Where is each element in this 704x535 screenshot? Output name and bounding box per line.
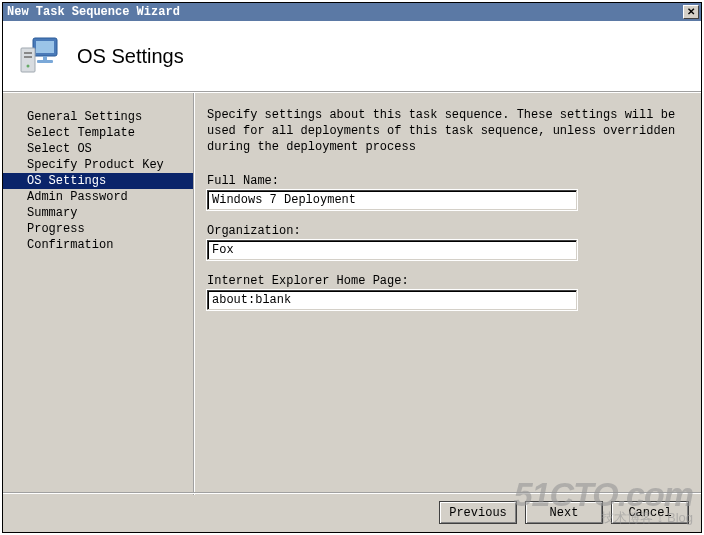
- next-button[interactable]: Next: [525, 501, 603, 524]
- svg-rect-1: [36, 41, 54, 53]
- footer: Previous Next Cancel: [3, 492, 701, 532]
- cancel-button[interactable]: Cancel: [611, 501, 689, 524]
- computer-icon: [17, 34, 61, 78]
- sidebar: General SettingsSelect TemplateSelect OS…: [3, 93, 193, 495]
- ie-home-input[interactable]: [207, 290, 577, 310]
- svg-rect-2: [43, 56, 47, 60]
- organization-input[interactable]: [207, 240, 577, 260]
- sidebar-item-summary[interactable]: Summary: [3, 205, 193, 221]
- window-title: New Task Sequence Wizard: [7, 5, 180, 19]
- wizard-body: General SettingsSelect TemplateSelect OS…: [3, 93, 701, 495]
- svg-rect-5: [24, 52, 32, 54]
- sidebar-item-select-os[interactable]: Select OS: [3, 141, 193, 157]
- sidebar-item-admin-password[interactable]: Admin Password: [3, 189, 193, 205]
- page-title: OS Settings: [77, 45, 184, 68]
- wizard-header: OS Settings: [3, 21, 701, 91]
- previous-button[interactable]: Previous: [439, 501, 517, 524]
- sidebar-item-os-settings[interactable]: OS Settings: [3, 173, 193, 189]
- sidebar-item-progress[interactable]: Progress: [3, 221, 193, 237]
- svg-rect-4: [21, 48, 35, 72]
- content-area: Specify settings about this task sequenc…: [195, 93, 701, 495]
- ie-home-label: Internet Explorer Home Page:: [207, 274, 683, 288]
- full-name-label: Full Name:: [207, 174, 683, 188]
- sidebar-item-confirmation[interactable]: Confirmation: [3, 237, 193, 253]
- sidebar-item-general-settings[interactable]: General Settings: [3, 109, 193, 125]
- wizard-window: New Task Sequence Wizard ✕ OS Settings G…: [2, 2, 702, 533]
- svg-point-7: [27, 65, 30, 68]
- close-button[interactable]: ✕: [683, 5, 699, 19]
- organization-label: Organization:: [207, 224, 683, 238]
- svg-rect-6: [24, 56, 32, 58]
- full-name-input[interactable]: [207, 190, 577, 210]
- description-text: Specify settings about this task sequenc…: [207, 107, 683, 156]
- sidebar-item-select-template[interactable]: Select Template: [3, 125, 193, 141]
- titlebar: New Task Sequence Wizard ✕: [3, 3, 701, 21]
- sidebar-item-specify-product-key[interactable]: Specify Product Key: [3, 157, 193, 173]
- svg-rect-3: [37, 60, 53, 63]
